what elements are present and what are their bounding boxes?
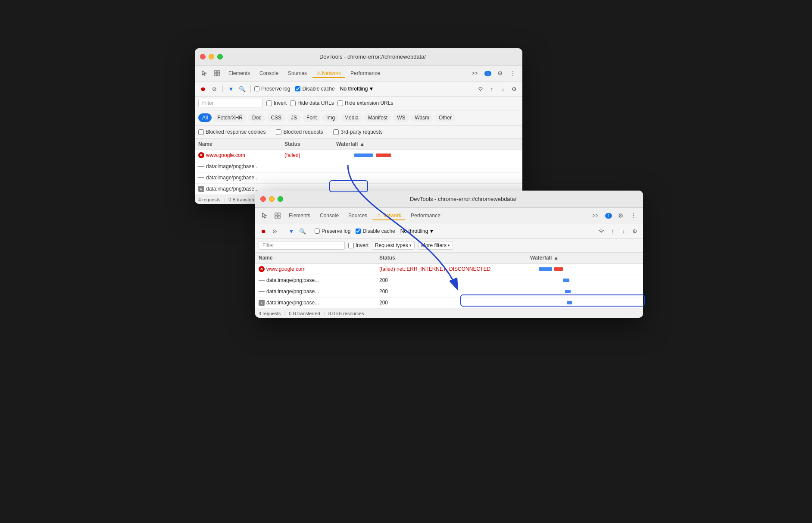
- back-blocked-requests-checkbox[interactable]: [276, 129, 281, 135]
- back-hide-ext-label[interactable]: Hide extension URLs: [337, 100, 394, 106]
- back-toolbar-divider-1: [222, 85, 223, 92]
- back-blocked-response-checkbox[interactable]: [198, 129, 204, 135]
- front-tab-network[interactable]: ⚠Network: [372, 211, 406, 220]
- front-more-filters-arrow: ▾: [448, 243, 450, 247]
- front-wf-1: [530, 277, 640, 283]
- back-type-wasm[interactable]: Wasm: [411, 113, 434, 122]
- front-row-1[interactable]: data:image/png;base... 200: [255, 275, 643, 286]
- front-settings-icon[interactable]: ⚙: [615, 210, 627, 222]
- back-type-font[interactable]: Font: [303, 113, 321, 122]
- back-hide-data-checkbox[interactable]: [290, 100, 296, 106]
- front-cursor-icon[interactable]: [259, 210, 271, 222]
- back-wifi-icon[interactable]: [476, 84, 485, 94]
- back-invert-checkbox[interactable]: [266, 100, 272, 106]
- back-tab-elements[interactable]: Elements: [224, 69, 254, 78]
- back-search-icon[interactable]: 🔍: [237, 84, 247, 94]
- back-settings-icon[interactable]: ⚙: [494, 67, 506, 79]
- front-preserve-log-label[interactable]: Preserve log: [315, 228, 350, 234]
- back-clear-btn[interactable]: ⊘: [209, 84, 219, 94]
- back-row-2[interactable]: data:image/png;base...: [195, 172, 522, 184]
- front-toolbar-settings-icon[interactable]: ⚙: [630, 226, 640, 236]
- back-row-0[interactable]: ✕ www.google.com (failed): [195, 150, 522, 161]
- front-filter-icon[interactable]: ▼: [287, 226, 296, 236]
- front-preserve-log-checkbox[interactable]: [315, 229, 320, 234]
- back-filter-input[interactable]: [198, 99, 263, 107]
- front-search-icon[interactable]: 🔍: [298, 226, 307, 236]
- back-type-other[interactable]: Other: [435, 113, 456, 122]
- back-preserve-log-label[interactable]: Preserve log: [254, 86, 290, 92]
- back-cursor-icon[interactable]: [198, 67, 210, 79]
- back-row-0-name: ✕ www.google.com: [198, 152, 284, 158]
- back-menu-icon[interactable]: ⋮: [507, 67, 519, 79]
- back-wf-bar-blue-0: [354, 153, 372, 157]
- front-throttle-selector[interactable]: No throttling ▼: [400, 228, 434, 234]
- back-tab-performance[interactable]: Performance: [346, 69, 384, 78]
- back-throttle-selector[interactable]: No throttling ▼: [340, 86, 374, 92]
- back-row-1-url: data:image/png;base...: [206, 163, 259, 169]
- front-filter-input[interactable]: [259, 241, 345, 250]
- front-tab-console[interactable]: Console: [315, 211, 343, 220]
- front-tab-sources[interactable]: Sources: [344, 211, 372, 220]
- back-type-css[interactable]: CSS: [267, 113, 285, 122]
- back-hide-data-label[interactable]: Hide data URLs: [290, 100, 334, 106]
- back-blocked-response-label[interactable]: Blocked response cookies: [198, 129, 265, 135]
- back-table-header: Name Status Waterfall ▲: [195, 139, 522, 150]
- back-more-tabs[interactable]: >>: [467, 69, 482, 78]
- back-hide-ext-checkbox[interactable]: [337, 100, 343, 106]
- back-blocked-requests-label[interactable]: Blocked requests: [276, 129, 323, 135]
- back-type-js[interactable]: JS: [287, 113, 301, 122]
- front-row-3[interactable]: ▸ data:image/png;base... 200: [255, 298, 643, 309]
- front-menu-icon[interactable]: ⋮: [628, 210, 640, 222]
- back-row-0-waterfall: [336, 152, 519, 158]
- back-disable-cache-label[interactable]: Disable cache: [295, 86, 334, 92]
- back-layers-icon[interactable]: [211, 67, 223, 79]
- front-tab-elements[interactable]: Elements: [284, 211, 315, 220]
- back-preserve-log-checkbox[interactable]: [254, 86, 259, 91]
- front-stop-recording-btn[interactable]: ⏺: [259, 226, 268, 236]
- back-tab-sources[interactable]: Sources: [284, 69, 311, 78]
- front-disable-cache-checkbox[interactable]: [356, 229, 361, 234]
- back-type-all[interactable]: All: [198, 113, 212, 122]
- svg-rect-5: [278, 213, 280, 215]
- back-type-manifest[interactable]: Manifest: [364, 113, 391, 122]
- back-download-icon[interactable]: ↓: [498, 84, 508, 94]
- front-request-types-dropdown[interactable]: Request types ▾: [372, 241, 415, 250]
- front-close-button[interactable]: [260, 196, 266, 202]
- front-row-2[interactable]: data:image/png;base... 200: [255, 286, 643, 298]
- back-type-img[interactable]: Img: [322, 113, 339, 122]
- back-disable-cache-checkbox[interactable]: [295, 86, 300, 91]
- front-toolbar: ⏺ ⊘ ▼ 🔍 Preserve log Disable cache No th…: [255, 224, 643, 239]
- back-type-fetch-xhr[interactable]: Fetch/XHR: [213, 113, 247, 122]
- back-type-doc[interactable]: Doc: [248, 113, 265, 122]
- back-row-1[interactable]: data:image/png;base...: [195, 161, 522, 172]
- front-upload-icon[interactable]: ↑: [608, 226, 617, 236]
- back-toolbar-settings-icon[interactable]: ⚙: [509, 84, 519, 94]
- front-download-icon[interactable]: ↓: [619, 226, 628, 236]
- front-wifi-icon[interactable]: [597, 226, 606, 236]
- front-more-tabs[interactable]: >>: [588, 211, 603, 220]
- front-row-1-status: 200: [379, 277, 530, 283]
- front-row-0[interactable]: ✕ www.google.com (failed) net::ERR_INTER…: [255, 264, 643, 275]
- back-type-media[interactable]: Media: [340, 113, 362, 122]
- front-more-filters-dropdown[interactable]: More filters ▾: [418, 241, 453, 250]
- front-invert-label[interactable]: Invert: [348, 242, 369, 248]
- front-layers-icon[interactable]: [272, 210, 284, 222]
- front-tab-performance[interactable]: Performance: [406, 211, 445, 220]
- back-upload-icon[interactable]: ↑: [487, 84, 497, 94]
- back-tab-network[interactable]: ⚠Network: [312, 69, 345, 78]
- back-type-ws[interactable]: WS: [393, 113, 409, 122]
- back-filter-icon[interactable]: ▼: [226, 84, 236, 94]
- back-stop-recording-btn[interactable]: ⏺: [198, 84, 208, 94]
- front-maximize-button[interactable]: [278, 196, 283, 202]
- front-disable-cache-label[interactable]: Disable cache: [356, 228, 395, 234]
- front-invert-checkbox[interactable]: [348, 243, 354, 248]
- front-minimize-button[interactable]: [269, 196, 275, 202]
- back-third-party-label[interactable]: 3rd-party requests: [333, 129, 382, 135]
- back-invert-label[interactable]: Invert: [266, 100, 287, 106]
- back-close-button[interactable]: [200, 54, 206, 60]
- back-tab-console[interactable]: Console: [255, 69, 283, 78]
- back-minimize-button[interactable]: [209, 54, 214, 60]
- back-third-party-checkbox[interactable]: [333, 129, 339, 135]
- back-maximize-button[interactable]: [217, 54, 223, 60]
- front-clear-btn[interactable]: ⊘: [270, 226, 279, 236]
